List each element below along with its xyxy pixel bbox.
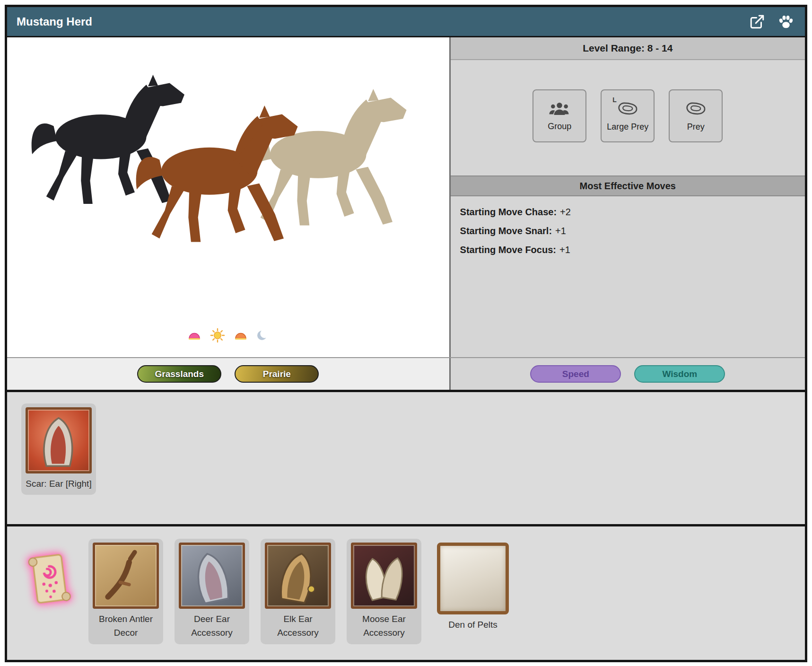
title-bar: Mustang Herd bbox=[7, 7, 805, 37]
item-card-scar-ear-right[interactable]: Scar: Ear [Right] bbox=[21, 403, 96, 495]
moves-list: Starting Move Chase:+2 Starting Move Sna… bbox=[451, 196, 805, 357]
large-prey-L-mark: L bbox=[612, 96, 617, 104]
item-image-moose-ear bbox=[351, 543, 417, 609]
encounter-type-buttons: Group L Large Prey bbox=[451, 60, 805, 175]
drops-section: Scar: Ear [Right] bbox=[7, 392, 805, 526]
move-row-focus: Starting Move Focus:+1 bbox=[460, 245, 795, 255]
level-range-header: Level Range: 8 - 14 bbox=[451, 37, 805, 60]
item-card-elk-ear-accessory[interactable]: Elk Ear Accessory bbox=[261, 539, 335, 644]
craftable-items-section: Broken Antler Decor Deer Ear Accessory E… bbox=[7, 526, 805, 660]
move-row-snarl: Starting Move Snarl:+1 bbox=[460, 226, 795, 237]
paw-icon[interactable] bbox=[777, 13, 795, 30]
move-row-chase: Starting Move Chase:+2 bbox=[460, 207, 795, 218]
sunrise-icon bbox=[187, 330, 201, 343]
item-image-scar-ear bbox=[26, 407, 92, 473]
prey-button-label: Prey bbox=[687, 122, 705, 132]
herd-art-panel bbox=[7, 37, 449, 357]
prey-button[interactable]: Prey bbox=[669, 89, 723, 142]
encounter-page: Mustang Herd bbox=[5, 5, 807, 662]
titlebar-icons bbox=[749, 13, 795, 30]
move-label: Starting Move Snarl: bbox=[460, 226, 552, 236]
active-times bbox=[187, 328, 269, 345]
external-link-icon[interactable] bbox=[749, 14, 765, 30]
item-card-moose-ear-accessory[interactable]: Moose Ear Accessory bbox=[347, 539, 421, 644]
moon-icon bbox=[256, 329, 269, 343]
item-label: Deer Ear Accessory bbox=[177, 609, 246, 641]
item-label: Elk Ear Accessory bbox=[263, 609, 332, 641]
item-image-den-of-pelts bbox=[437, 543, 509, 614]
herd-image bbox=[20, 53, 436, 301]
item-image-deer-ear bbox=[179, 543, 245, 609]
main-content: Level Range: 8 - 14 Group bbox=[7, 37, 805, 357]
group-icon bbox=[549, 100, 570, 117]
item-image-elk-ear bbox=[265, 543, 331, 609]
item-label: Scar: Ear [Right] bbox=[25, 473, 92, 492]
prey-steak-icon bbox=[685, 100, 707, 118]
encounter-info-panel: Level Range: 8 - 14 Group bbox=[449, 37, 805, 357]
large-prey-button[interactable]: L Large Prey bbox=[601, 89, 655, 142]
large-prey-steak-icon: L bbox=[617, 100, 638, 118]
moves-header: Most Effective Moves bbox=[451, 175, 805, 196]
item-label: Moose Ear Accessory bbox=[349, 609, 419, 641]
biome-prairie-pill[interactable]: Prairie bbox=[235, 365, 319, 383]
move-value: +1 bbox=[555, 226, 566, 236]
group-button-label: Group bbox=[548, 122, 571, 131]
move-value: +2 bbox=[560, 207, 571, 217]
recipe-scroll-icon[interactable] bbox=[22, 551, 74, 610]
stat-speed-pill[interactable]: Speed bbox=[530, 365, 621, 383]
move-label: Starting Move Chase: bbox=[460, 207, 557, 217]
item-label: Den of Pelts bbox=[447, 614, 498, 633]
stat-wisdom-pill[interactable]: Wisdom bbox=[634, 365, 725, 383]
page-title: Mustang Herd bbox=[17, 15, 92, 28]
move-value: +1 bbox=[559, 245, 570, 255]
group-button[interactable]: Group bbox=[533, 89, 586, 142]
large-prey-button-label: Large Prey bbox=[607, 122, 648, 132]
sunset-icon bbox=[234, 330, 248, 343]
item-image-broken-antler bbox=[93, 543, 159, 609]
biome-pills: Grasslands Prairie bbox=[7, 358, 449, 390]
item-card-broken-antler-decor[interactable]: Broken Antler Decor bbox=[88, 539, 163, 644]
item-label: Broken Antler Decor bbox=[91, 609, 160, 641]
item-card-deer-ear-accessory[interactable]: Deer Ear Accessory bbox=[175, 539, 249, 644]
stat-pills: Speed Wisdom bbox=[449, 358, 805, 390]
item-card-den-of-pelts[interactable]: Den of Pelts bbox=[433, 539, 513, 636]
sun-icon bbox=[210, 328, 225, 345]
move-label: Starting Move Focus: bbox=[460, 245, 556, 255]
biome-stat-row: Grasslands Prairie Speed Wisdom bbox=[7, 357, 805, 392]
biome-grasslands-pill[interactable]: Grasslands bbox=[137, 365, 221, 383]
